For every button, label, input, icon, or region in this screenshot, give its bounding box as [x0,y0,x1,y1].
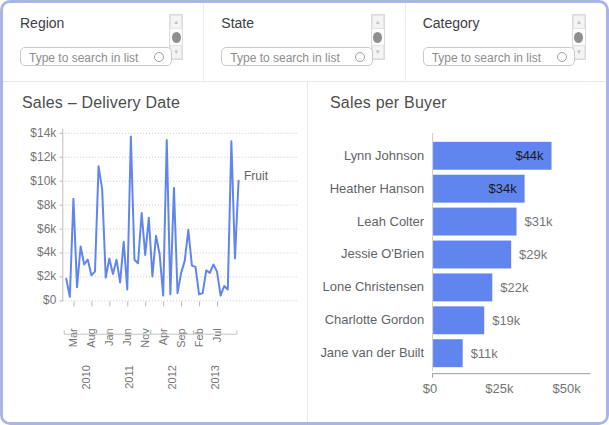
bar[interactable] [433,306,484,334]
search-icon [154,52,164,62]
sales-line-series[interactable] [66,136,238,296]
year-label: 2012 [166,365,178,389]
bar-value-label: $31k [525,214,554,229]
x-tick-label: $50k [553,381,582,396]
filter-state-search-input[interactable] [222,50,372,67]
bar-value-label: $34k [489,181,518,196]
x-tick-label: Jul [211,328,223,342]
x-tick-label: Jan [103,328,115,346]
scrollbar-thumb[interactable] [574,32,583,43]
bar-category-label: Lone Christensen [323,279,425,294]
filter-bar: Region ▲ ▼ State ▲ ▼ Cat [3,3,606,82]
x-tick-label: Mar [67,328,79,347]
scrollbar-track[interactable] [170,29,182,45]
x-tick-label: $0 [423,381,437,396]
filter-category: Category ▲ ▼ [406,3,606,81]
x-tick-label: Jun [121,328,133,346]
scroll-up-icon[interactable]: ▲ [372,15,384,29]
filter-region-searchbox [20,47,172,66]
bar-category-label: Heather Hanson [330,181,424,196]
search-icon [557,52,567,62]
scroll-up-icon[interactable]: ▲ [170,15,182,29]
bar[interactable] [433,273,492,301]
x-tick-label: Aug [85,328,97,347]
y-tick-label: $10k [30,174,56,188]
x-tick-label: Sep [175,328,187,347]
filter-state-searchbox [221,47,373,66]
x-tick-label: $25k [485,381,514,396]
charts-area: Sales – Delivery Date $0$2k$4k$6k$8k$10k… [3,82,606,422]
scroll-down-icon[interactable]: ▼ [170,45,182,59]
y-tick-label: $14k [30,126,56,140]
bar-value-label: $29k [519,247,548,262]
year-label: 2011 [123,365,135,389]
y-tick-label: $6k [37,222,56,236]
scrollbar-thumb[interactable] [172,32,181,43]
filter-region-search-input[interactable] [21,50,171,67]
bar-category-label: Charlotte Gordon [325,312,424,327]
scrollbar-track[interactable] [573,29,585,45]
filter-region: Region ▲ ▼ [3,3,204,81]
scrollbar-track[interactable] [372,29,384,45]
bar-value-label: $11k [471,346,499,361]
bar-value-label: $44k [515,148,544,163]
filter-category-searchbox [423,47,575,66]
bar[interactable] [433,208,516,236]
line-chart-panel: Sales – Delivery Date $0$2k$4k$6k$8k$10k… [3,82,308,422]
bar-value-label: $19k [492,313,521,328]
y-tick-label: $8k [37,198,56,212]
bar-category-label: Lynn Johnson [344,148,424,163]
scroll-up-icon[interactable]: ▲ [573,15,585,29]
line-chart-canvas[interactable]: $0$2k$4k$6k$8k$10k$12k$14kMarAugJanJunNo… [3,82,307,422]
scrollbar-thumb[interactable] [373,32,382,43]
x-tick-label: Apr [157,328,169,345]
bar-category-label: Leah Colter [357,214,425,229]
scroll-down-icon[interactable]: ▼ [372,45,384,59]
x-tick-label: Feb [193,328,205,347]
bar-value-label: $22k [500,280,529,295]
year-label: 2013 [209,365,221,389]
filter-category-search-input[interactable] [424,50,574,67]
year-label: 2010 [80,365,92,389]
bar-category-label: Jessie O'Brien [341,246,424,261]
y-tick-label: $0 [43,293,57,307]
y-tick-label: $12k [30,150,56,164]
bar-chart-panel: Sales per Buyer Lynn Johnson$44kHeather … [308,82,606,422]
dashboard: Region ▲ ▼ State ▲ ▼ Cat [0,0,609,425]
scroll-down-icon[interactable]: ▼ [573,45,585,59]
bar[interactable] [433,339,463,367]
bar[interactable] [433,241,511,269]
bar-chart-canvas[interactable]: Lynn Johnson$44kHeather Hanson$34kLeah C… [308,82,606,422]
y-tick-label: $4k [37,245,56,259]
y-tick-label: $2k [37,269,56,283]
bar-category-label: Jane van der Built [320,345,424,360]
x-tick-label: Nov [139,328,151,348]
line-series-legend: Fruit [244,169,268,183]
filter-state: State ▲ ▼ [204,3,405,81]
